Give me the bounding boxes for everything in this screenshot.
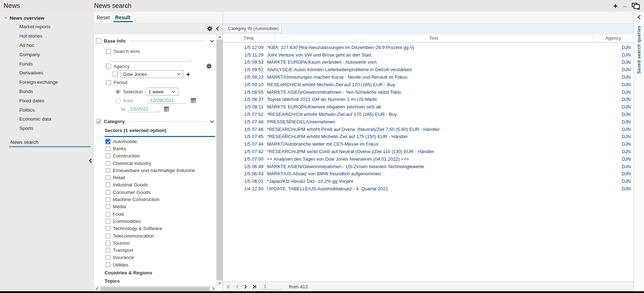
sidebar-item[interactable]: Fixed dates <box>0 96 94 105</box>
previous-page-icon[interactable] <box>236 284 239 289</box>
sector-option[interactable]: Erneuerbare und nachhaltige Industrie <box>94 167 216 174</box>
sidebar-item[interactable]: Company <box>0 50 94 59</box>
news-headline[interactable]: *Japan/Kfz-Absatz Dez -10,2% gg Vorjahr <box>267 179 594 184</box>
sidebar-item[interactable]: Ad hoc <box>0 41 94 50</box>
filter-vertical-scrollbar[interactable] <box>216 34 223 286</box>
sidebar-item[interactable]: Economic data <box>0 114 94 124</box>
period-checkbox[interactable] <box>106 80 111 85</box>
sector-option[interactable]: Commodities <box>94 218 216 225</box>
news-headline[interactable]: MÄRKTE ASIEN/Gewinnmitnahmen - Yen-Schwä… <box>267 89 594 95</box>
news-row[interactable]: 1/5 12:09 *KBA: 227.630 Pkw-Neuzulassung… <box>223 44 634 51</box>
first-page-icon[interactable] <box>226 284 231 289</box>
column-header-time[interactable]: Time <box>223 35 274 41</box>
sector-option[interactable]: Utilities <box>94 261 216 268</box>
news-headline[interactable]: Joint Venture von VW und Brose geht an d… <box>267 52 594 58</box>
section-base-info[interactable]: Base Info <box>96 38 214 44</box>
agency-gear-icon[interactable] <box>206 63 212 69</box>
news-headline[interactable]: *RESEARCH/Citi erhöht Michelin-Ziel auf … <box>267 112 594 117</box>
sector-option[interactable]: Insurance <box>94 254 216 261</box>
sidebar-item[interactable]: Derivatives <box>0 68 94 78</box>
scrollbar-thumb[interactable] <box>101 287 210 291</box>
sector-option[interactable]: Banks <box>94 145 216 152</box>
add-window-icon[interactable]: + <box>613 2 618 10</box>
news-headline[interactable]: *RESEARCH/JPM erhöht Pirelli auf Overw. … <box>267 127 594 132</box>
agency-item-checkbox[interactable] <box>113 72 118 77</box>
from-date-field[interactable]: 12/29/2021 <box>148 97 185 104</box>
sector-option[interactable]: Telecommunication <box>94 232 216 239</box>
tree-expand-icon[interactable] <box>4 17 7 19</box>
scroll-right-icon[interactable] <box>210 287 216 290</box>
sector-checkbox[interactable] <box>106 153 110 158</box>
news-row[interactable]: 1/5 07:00 ++ Analysen des Tages von Dow … <box>223 155 634 163</box>
news-headline[interactable]: *RESEARCH/JPM erhöht Michelin-Ziel auf 1… <box>267 134 594 139</box>
sector-option[interactable]: Consumer Goods <box>94 189 216 196</box>
sector-checkbox[interactable] <box>106 146 110 151</box>
news-headline[interactable]: MÄRKTE EUROPA/Kaum verändert - Autowerte… <box>267 59 594 65</box>
saved-queries-strip[interactable]: Saved search queries <box>634 12 644 291</box>
calendar-icon[interactable] <box>191 98 196 103</box>
news-row[interactable]: 1/5 06:01 *Japan/Kfz-Absatz Dez -10,2% g… <box>223 177 634 185</box>
news-headline[interactable]: *KBA: 227.630 Pkw-Neuzulassungen im Deze… <box>267 45 594 50</box>
news-row[interactable]: 1/5 07:52 *RESEARCH/Citi erhöht Michelin… <box>223 111 634 118</box>
news-row[interactable]: 1/5 07:45 *RESEARCH/JPM erhöht Michelin-… <box>223 133 634 141</box>
news-row[interactable]: 1/5 06:49 MÄRKTE ASIEN/Gewinnmitnahmen -… <box>223 163 634 170</box>
to-date-field[interactable]: 1/5/2022 <box>128 106 159 112</box>
sidebar-item-news-overview[interactable]: News overview <box>0 12 94 22</box>
news-row[interactable]: 1/5 07:46 *RESEARCH/JPM erhöht Pirelli a… <box>223 126 634 133</box>
scroll-left-icon[interactable] <box>94 287 100 290</box>
sidebar-item[interactable]: Hot stories <box>0 31 94 41</box>
last-page-icon[interactable] <box>252 284 257 289</box>
sidebar-item[interactable]: Politics <box>0 105 94 114</box>
agency-checkbox[interactable] <box>106 64 111 69</box>
chevron-down-icon[interactable] <box>210 120 214 123</box>
sector-option[interactable]: Retail <box>94 174 216 181</box>
sector-checkbox[interactable] <box>106 241 110 245</box>
sector-checkbox[interactable] <box>106 234 110 238</box>
news-headline[interactable]: Toyota überholt 2021 GM als Nummer 1 im … <box>267 97 594 102</box>
sector-option[interactable]: Chemical industry <box>94 160 216 167</box>
news-row[interactable]: 1/5 06:43 MARKT/US-Absatz von BMW freund… <box>223 170 634 178</box>
news-row[interactable]: 1/5 08:37 Toyota überholt 2021 GM als Nu… <box>223 96 634 103</box>
next-page-icon[interactable] <box>244 284 247 289</box>
news-row[interactable]: 1/4 22:50 UPDATE: TABELLE/US-Automobilab… <box>223 185 634 192</box>
saved-queries-title[interactable]: Saved search queries <box>636 26 641 74</box>
sidebar-item-news-search[interactable]: News search <box>9 140 91 147</box>
add-agency-icon[interactable]: + <box>186 71 190 78</box>
news-row[interactable]: 1/5 09:52 ANALYSE/E-Autos könnten Liefer… <box>223 66 634 73</box>
sector-checkbox[interactable] <box>106 226 110 231</box>
sector-checkbox[interactable] <box>106 212 110 216</box>
column-header-text[interactable]: Text <box>274 34 593 42</box>
news-headline[interactable]: MÄRKTE ASIEN/Gewinnmitnahmen - US-Zinsen… <box>267 164 594 169</box>
news-headline[interactable]: UPDATE: TABELLE/US-Automobilabsatz - 4. … <box>267 186 594 191</box>
countries-regions-header[interactable]: Countries & Regions <box>105 270 152 275</box>
search-term-input[interactable] <box>111 56 189 61</box>
news-headline[interactable]: *RESEARCH/JPM senkt Conti auf Neutral (O… <box>267 149 594 154</box>
period-select[interactable]: 1 week <box>146 88 178 96</box>
sector-option[interactable]: Automobile <box>94 138 216 145</box>
sector-option[interactable]: Machine Construction <box>94 196 216 203</box>
filter-chip[interactable]: Category IN (Automobile) <box>225 25 282 33</box>
news-headline[interactable]: MARKT/Autobranche weiter mit CES-Messe i… <box>267 141 594 147</box>
news-headline[interactable]: PRESSESPIEGEL/Unternehmen <box>267 119 594 124</box>
news-row[interactable]: 1/5 09:23 MARKT/Umstufungen machen Kurse… <box>223 73 634 81</box>
sector-option[interactable]: Transport <box>94 246 216 254</box>
topics-header[interactable]: Topics <box>105 278 120 284</box>
sidebar-collapse-icon[interactable] <box>89 158 92 163</box>
sector-checkbox[interactable] <box>106 168 110 173</box>
sector-option[interactable]: Food <box>94 210 216 218</box>
sector-option[interactable]: Construction <box>94 152 216 160</box>
sector-checkbox[interactable] <box>106 255 110 260</box>
sector-option[interactable]: Technology & Software <box>94 225 216 232</box>
collapse-panel-icon[interactable] <box>216 26 219 31</box>
sector-checkbox[interactable] <box>106 161 110 166</box>
sector-checkbox[interactable] <box>106 197 110 202</box>
settings-gear-icon[interactable] <box>207 26 213 31</box>
news-row[interactable]: 1/5 09:10 RESEARCH/Citi erhöht Michelin-… <box>223 81 634 88</box>
sector-checkbox[interactable] <box>106 175 110 180</box>
tab-result[interactable]: Result <box>115 15 131 20</box>
sector-checkbox[interactable] <box>106 139 110 144</box>
minimize-icon[interactable]: – <box>623 2 627 10</box>
expand-panel-icon[interactable] <box>638 15 641 21</box>
news-row[interactable]: 1/5 11:29 Joint Venture von VW und Brose… <box>223 51 634 59</box>
filter-horizontal-scrollbar[interactable] <box>94 286 216 291</box>
